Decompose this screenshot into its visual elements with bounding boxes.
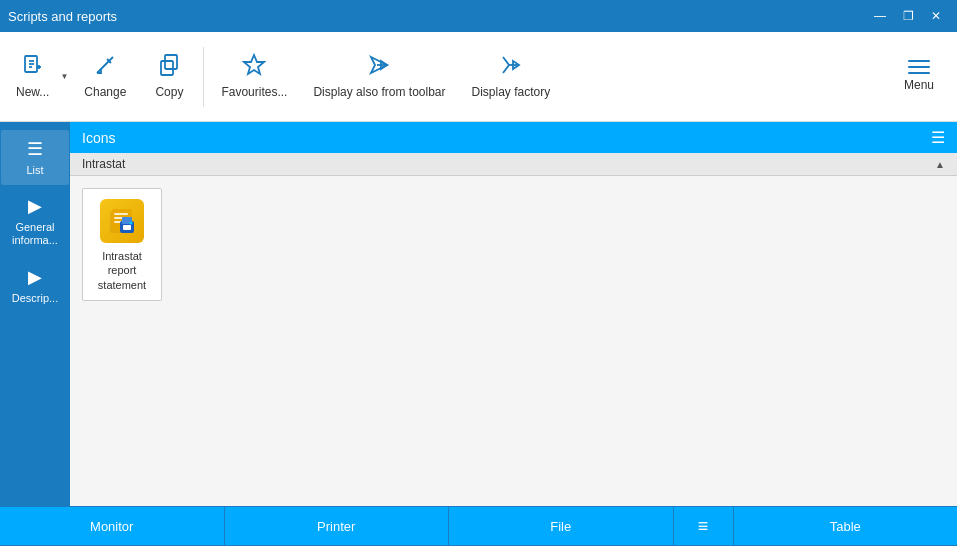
change-icon [93,53,117,81]
menu-label: Menu [904,78,934,92]
file-button[interactable]: File [449,507,674,545]
report-icon-img [100,199,144,243]
display-also-label: Display also from toolbar [313,85,445,99]
svg-rect-22 [123,225,131,230]
favourites-button[interactable]: Favourites... [208,37,300,117]
copy-label: Copy [155,85,183,99]
list-icon: ☰ [27,138,43,160]
group-header[interactable]: Intrastat ▲ [70,153,957,176]
sidebar: ☰ List ▶ General informa... ▶ Descrip... [0,122,70,506]
svg-rect-17 [114,213,128,215]
display-also-button[interactable]: Display also from toolbar [300,37,458,117]
report-item[interactable]: Intrastat report statement [82,188,162,301]
content-panel: Icons ☰ Intrastat ▲ [70,122,957,506]
toolbar: New... ▼ Change Copy [0,32,957,122]
general-icon: ▶ [28,195,42,217]
toolbar-separator-1 [203,47,204,107]
title-bar-controls: — ❐ ✕ [867,6,949,26]
content-menu-icon[interactable]: ☰ [931,128,945,147]
descrip-icon: ▶ [28,266,42,288]
bottom-bar: Monitor Printer File ≡ Table [0,506,957,546]
group-header-label: Intrastat [82,157,125,171]
menu-line-2 [908,66,930,68]
menu-icon [908,60,930,74]
favourites-label: Favourites... [221,85,287,99]
printer-button[interactable]: Printer [225,507,450,545]
menu-button[interactable]: Menu [889,37,949,117]
favourites-icon [242,53,266,81]
report-icon-wrapper [98,197,146,245]
svg-marker-12 [503,57,509,73]
svg-marker-8 [244,55,264,74]
sidebar-list-label: List [26,164,43,177]
report-item-label: Intrastat report statement [87,249,157,292]
new-button[interactable]: New... [8,37,57,117]
display-factory-label: Display factory [472,85,551,99]
minimize-button[interactable]: — [867,6,893,26]
content-body: Intrastat report statement [70,176,957,506]
sidebar-descrip-label: Descrip... [12,292,58,305]
display-factory-button[interactable]: Display factory [459,37,564,117]
menu-line-3 [908,72,930,74]
group-collapse-icon[interactable]: ▲ [935,159,945,170]
new-dropdown-arrow[interactable]: ▼ [57,37,71,117]
close-button[interactable]: ✕ [923,6,949,26]
table-button[interactable]: Table [734,507,958,545]
monitor-button[interactable]: Monitor [0,507,225,545]
change-label: Change [84,85,126,99]
svg-rect-6 [165,55,177,69]
copy-button[interactable]: Copy [139,37,199,117]
content-header: Icons ☰ [70,122,957,153]
sidebar-general-label: General informa... [5,221,65,247]
svg-point-23 [130,222,133,225]
display-factory-icon [499,53,523,81]
menu-line-1 [908,60,930,62]
restore-button[interactable]: ❐ [895,6,921,26]
sidebar-item-general[interactable]: ▶ General informa... [1,187,69,255]
new-label: New... [16,85,49,99]
sidebar-item-descrip[interactable]: ▶ Descrip... [1,258,69,313]
copy-icon [157,53,181,81]
change-button[interactable]: Change [71,37,139,117]
content-header-icons: ☰ [931,128,945,147]
sidebar-item-list[interactable]: ☰ List [1,130,69,185]
title-bar: Scripts and reports — ❐ ✕ [0,0,957,32]
window-title: Scripts and reports [8,9,117,24]
svg-rect-7 [161,61,173,75]
display-also-icon [367,53,391,81]
main-area: ☰ List ▶ General informa... ▶ Descrip...… [0,122,957,506]
content-header-title: Icons [82,130,115,146]
new-icon [21,53,45,81]
new-button-group: New... ▼ [8,37,71,117]
list-view-button[interactable]: ≡ [674,507,734,545]
